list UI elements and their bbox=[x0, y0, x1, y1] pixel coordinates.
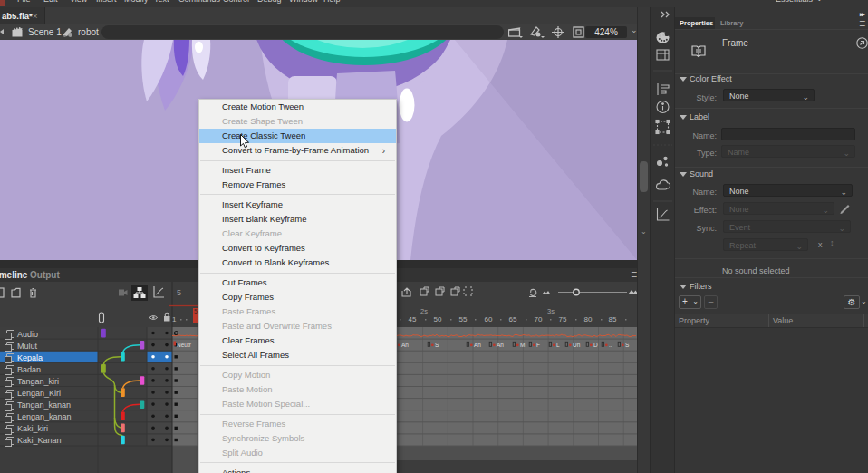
svg-text:1: 1 bbox=[172, 315, 177, 323]
svg-text:S: S bbox=[625, 342, 630, 348]
svg-text:M: M bbox=[520, 342, 525, 348]
svg-text:45: 45 bbox=[409, 315, 417, 323]
svg-text:75: 75 bbox=[559, 315, 567, 323]
svg-text:70: 70 bbox=[535, 315, 543, 323]
svg-text:D: D bbox=[593, 342, 598, 348]
svg-text:L: L bbox=[556, 342, 560, 348]
svg-text:..: .. bbox=[609, 342, 612, 348]
svg-text:F: F bbox=[536, 342, 540, 348]
svg-text:S: S bbox=[435, 342, 439, 348]
svg-text:80: 80 bbox=[584, 315, 593, 323]
svg-text:Ah: Ah bbox=[401, 342, 409, 348]
svg-text:5: 5 bbox=[194, 308, 198, 314]
svg-text:65: 65 bbox=[509, 315, 517, 323]
svg-text:5: 5 bbox=[177, 288, 181, 297]
svg-text:60: 60 bbox=[485, 315, 493, 323]
svg-text:2s: 2s bbox=[420, 307, 428, 315]
svg-text:Ah: Ah bbox=[474, 342, 481, 348]
svg-text:Uh: Uh bbox=[573, 342, 581, 348]
svg-text:Neutr: Neutr bbox=[177, 342, 192, 348]
svg-text:3s: 3s bbox=[547, 307, 555, 315]
svg-text:Ah: Ah bbox=[497, 342, 504, 348]
svg-text:55: 55 bbox=[459, 315, 468, 323]
svg-text:50: 50 bbox=[434, 315, 442, 323]
svg-text:85: 85 bbox=[609, 315, 617, 323]
